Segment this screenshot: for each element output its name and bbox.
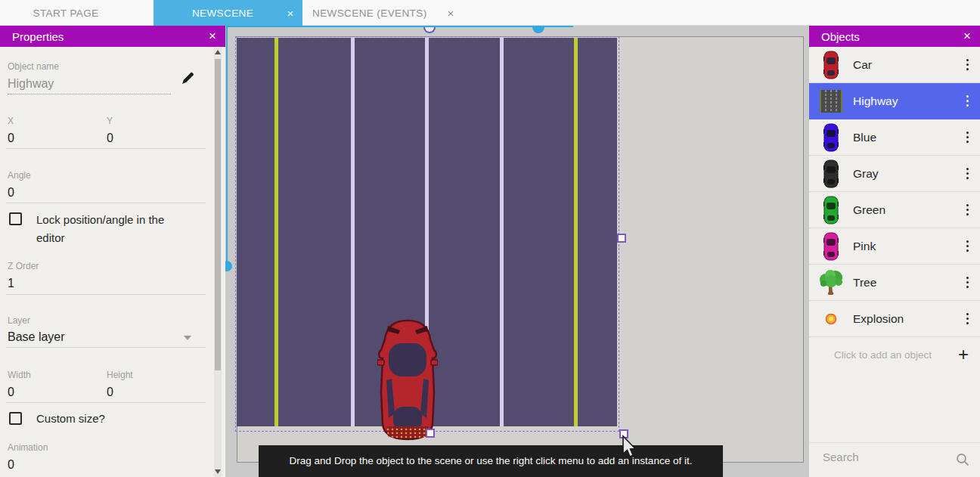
- object-menu-icon[interactable]: [954, 59, 980, 70]
- tab-bar: START PAGE NEWSCENE × NEWSCENE (EVENTS) …: [0, 0, 980, 26]
- scroll-down-icon[interactable]: [215, 469, 221, 474]
- object-row-blue[interactable]: Blue: [809, 119, 980, 156]
- object-menu-icon[interactable]: [954, 204, 980, 215]
- car-blue-icon: [809, 123, 853, 152]
- close-icon[interactable]: ×: [278, 7, 302, 20]
- tab-start-page-label: START PAGE: [33, 8, 98, 19]
- chevron-down-icon[interactable]: [184, 336, 191, 340]
- horizontal-scroll-thumb[interactable]: [532, 26, 544, 33]
- object-menu-icon[interactable]: [954, 313, 980, 324]
- tab-newscene-label: NEWSCENE: [154, 8, 278, 19]
- layer-label: Layer: [8, 315, 30, 326]
- divider: [6, 294, 206, 295]
- vertical-scroll-thumb[interactable]: [225, 261, 232, 271]
- object-search: [809, 442, 980, 477]
- custom-size-checkbox[interactable]: [9, 412, 22, 425]
- object-row-car[interactable]: Car: [809, 47, 980, 83]
- objects-panel: Objects × Car: [809, 26, 980, 477]
- object-name-value: Highway: [8, 77, 54, 90]
- layer-select[interactable]: Base layer: [8, 330, 65, 344]
- tree-icon: [809, 269, 853, 296]
- object-row-tree[interactable]: Tree: [809, 265, 980, 301]
- scroll-up-icon[interactable]: [215, 50, 221, 54]
- y-field[interactable]: 0: [107, 132, 113, 145]
- scene-editor: START PAGE NEWSCENE × NEWSCENE (EVENTS) …: [0, 0, 980, 477]
- object-row-pink[interactable]: Pink: [809, 228, 980, 265]
- properties-panel: Properties × Object name Highway X 0 Y 0…: [0, 26, 225, 477]
- lock-position-label: Lock position/angle in the editor: [36, 211, 188, 247]
- angle-field[interactable]: 0: [8, 186, 14, 200]
- explosion-icon: [809, 313, 853, 325]
- add-icon[interactable]: +: [947, 344, 980, 365]
- scrollbar-thumb[interactable]: [215, 59, 221, 370]
- search-icon: [956, 453, 969, 466]
- objects-title: Objects: [809, 30, 954, 43]
- object-row-highway[interactable]: Highway: [809, 83, 980, 119]
- object-menu-icon[interactable]: [954, 132, 980, 143]
- tab-newscene[interactable]: NEWSCENE ×: [154, 0, 302, 26]
- horizontal-scroll-line[interactable]: [226, 26, 573, 27]
- angle-label: Angle: [8, 170, 31, 181]
- rotate-handle[interactable]: [423, 26, 436, 33]
- tab-newscene-events[interactable]: NEWSCENE (EVENTS) ×: [302, 0, 463, 26]
- resize-handle-right[interactable]: [617, 234, 626, 243]
- resize-handle-bottom[interactable]: [426, 429, 435, 438]
- animation-label: Animation: [8, 442, 48, 453]
- object-label: Blue: [853, 131, 954, 144]
- width-label: Width: [8, 370, 31, 380]
- custom-size-label: Custom size?: [36, 410, 105, 428]
- z-order-field[interactable]: 1: [8, 277, 14, 290]
- car-pink-icon: [809, 232, 853, 261]
- height-field[interactable]: 0: [107, 386, 113, 399]
- search-input[interactable]: [823, 451, 944, 463]
- car-green-icon: [809, 196, 853, 225]
- object-label: Highway: [853, 94, 954, 108]
- add-object-button[interactable]: Click to add an object +: [809, 337, 980, 372]
- vertical-scroll-line[interactable]: [226, 26, 228, 266]
- car-instance[interactable]: [377, 318, 438, 441]
- divider: [6, 347, 206, 348]
- highway-icon: [809, 90, 853, 113]
- object-row-explosion[interactable]: Explosion: [809, 301, 980, 337]
- properties-header: Properties ×: [0, 26, 225, 47]
- object-label: Explosion: [853, 312, 954, 326]
- tab-newscene-events-label: NEWSCENE (EVENTS): [302, 8, 439, 19]
- close-icon[interactable]: ×: [200, 29, 225, 44]
- mouse-cursor: [620, 435, 637, 459]
- animation-field[interactable]: 0: [8, 458, 14, 472]
- scene-canvas[interactable]: Drag and Drop the object to the scene or…: [225, 26, 809, 477]
- object-label: Pink: [853, 240, 954, 253]
- object-row-green[interactable]: Green: [809, 192, 980, 228]
- lock-position-checkbox[interactable]: [9, 212, 22, 225]
- divider: [6, 203, 206, 203]
- tab-start-page[interactable]: START PAGE: [0, 0, 132, 26]
- object-name-label: Object name: [8, 61, 59, 72]
- object-menu-icon[interactable]: [954, 168, 980, 179]
- objects-header: Objects ×: [809, 26, 980, 47]
- properties-scrollbar[interactable]: [214, 47, 222, 477]
- x-label: X: [8, 116, 14, 126]
- z-order-label: Z Order: [8, 261, 39, 271]
- object-menu-icon[interactable]: [954, 240, 980, 252]
- divider: [6, 148, 206, 149]
- properties-title: Properties: [0, 30, 200, 43]
- object-name-field[interactable]: Highway: [8, 77, 171, 94]
- y-label: Y: [107, 116, 113, 126]
- close-icon[interactable]: ×: [439, 7, 463, 20]
- object-row-gray[interactable]: Gray: [809, 156, 980, 192]
- width-field[interactable]: 0: [8, 386, 14, 399]
- objects-list: Car Highway: [809, 47, 980, 372]
- close-icon[interactable]: ×: [954, 29, 980, 44]
- car-red-icon: [809, 51, 853, 79]
- object-menu-icon[interactable]: [954, 95, 980, 107]
- object-menu-icon[interactable]: [954, 277, 980, 288]
- edit-pencil-icon[interactable]: [181, 71, 195, 85]
- object-label: Tree: [853, 276, 954, 290]
- car-gray-icon: [809, 160, 853, 188]
- add-object-label: Click to add an object: [809, 349, 947, 361]
- divider: [6, 402, 206, 403]
- object-label: Green: [853, 203, 954, 217]
- object-label: Car: [853, 58, 954, 72]
- x-field[interactable]: 0: [8, 132, 14, 145]
- object-label: Gray: [853, 167, 954, 181]
